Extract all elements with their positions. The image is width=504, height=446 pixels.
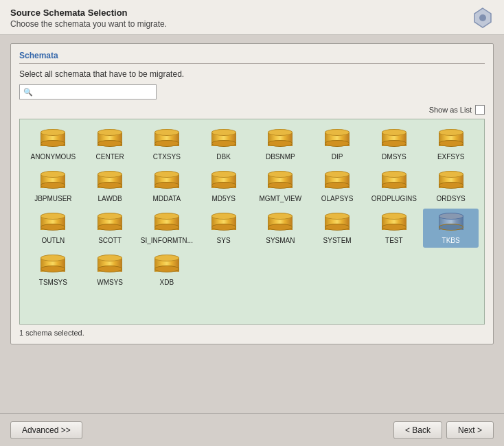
db-icon	[41, 129, 65, 151]
db-icon	[41, 255, 65, 277]
db-icon	[154, 171, 179, 193]
schema-item[interactable]: SCOTT	[82, 209, 138, 248]
db-icon	[154, 129, 179, 151]
schemata-panel: Schemata Select all schemata that have t…	[10, 43, 494, 344]
schema-item[interactable]: JBPMUSER	[25, 167, 81, 206]
page-subtitle: Choose the schemata you want to migrate.	[10, 19, 167, 29]
back-button[interactable]: < Back	[393, 421, 442, 439]
db-icon	[382, 171, 406, 193]
show-as-list-row: Show as List	[19, 105, 485, 115]
db-icon	[325, 129, 350, 151]
db-icon	[268, 171, 293, 193]
schema-name: JBPMUSER	[34, 195, 71, 203]
schema-name: SI_INFORMTN...	[141, 237, 193, 245]
schema-name: MD5YS	[211, 195, 235, 203]
schema-name: TEST	[385, 237, 403, 245]
schema-item[interactable]: DMSYS	[367, 125, 422, 164]
schema-item[interactable]: OUTLN	[25, 209, 81, 248]
schema-item[interactable]: DBK	[196, 125, 251, 164]
search-bar[interactable]: 🔍	[19, 84, 157, 99]
schema-item[interactable]: TEST	[367, 209, 422, 248]
show-as-list-label: Show as List	[429, 106, 472, 114]
schema-name: OLAPSYS	[321, 195, 354, 203]
nav-buttons: < Back Next >	[393, 421, 494, 439]
schema-name: MGMT_VIEW	[260, 195, 302, 203]
schema-grid-container: ANONYMOUSCENTERCTXSYSDBKDBSNMPDIPDMSYSEX…	[19, 119, 485, 325]
db-icon	[98, 129, 122, 151]
db-icon	[211, 171, 236, 193]
db-icon	[41, 171, 65, 193]
search-icon: 🔍	[23, 88, 33, 97]
db-icon	[439, 171, 463, 193]
db-icon	[325, 171, 350, 193]
schema-item[interactable]: DBSNMP	[253, 125, 308, 164]
schema-item[interactable]: MGMT_VIEW	[253, 167, 308, 206]
header-icon	[472, 7, 494, 29]
schema-item[interactable]: CTXSYS	[139, 125, 195, 164]
schema-item[interactable]: MD5YS	[196, 167, 251, 206]
db-icon	[325, 213, 350, 235]
schema-item[interactable]: SI_INFORMTN...	[139, 209, 195, 248]
bottom-buttons: Advanced >> < Back Next >	[0, 413, 504, 446]
status-text: 1 schema selected.	[19, 329, 84, 337]
schema-name: EXFSYS	[437, 153, 464, 161]
db-icon	[211, 213, 236, 235]
schema-item[interactable]: SYSTEM	[310, 209, 365, 248]
schema-name: OUTLN	[41, 237, 65, 245]
schema-item[interactable]: ANONYMOUS	[25, 125, 81, 164]
schema-item[interactable]: OLAPSYS	[310, 167, 365, 206]
schema-name: CENTER	[96, 153, 124, 161]
db-icon	[268, 129, 293, 151]
show-as-list-checkbox[interactable]	[475, 105, 485, 115]
schema-name: TKBS	[442, 237, 460, 245]
section-label: Schemata	[19, 51, 485, 64]
schema-name: DBSNMP	[266, 153, 295, 161]
db-icon	[98, 171, 122, 193]
search-input[interactable]	[36, 88, 152, 96]
db-icon	[154, 255, 179, 277]
db-icon	[98, 255, 122, 277]
page-header: Source Schemata Selection Choose the sch…	[0, 0, 504, 35]
db-icon	[439, 213, 463, 235]
schema-name: CTXSYS	[153, 153, 181, 161]
schema-name: LAWDB	[98, 195, 122, 203]
schema-item[interactable]: SYSMAN	[253, 209, 308, 248]
db-icon	[382, 213, 406, 235]
schema-item[interactable]: XDB	[139, 250, 195, 290]
schema-name: SCOTT	[98, 237, 122, 245]
advanced-button[interactable]: Advanced >>	[10, 421, 82, 439]
main-content: Schemata Select all schemata that have t…	[0, 35, 504, 392]
schema-name: SYS	[217, 237, 231, 245]
schema-item[interactable]: CENTER	[82, 125, 138, 164]
schema-item[interactable]: LAWDB	[82, 167, 138, 206]
status-bar: 1 schema selected.	[19, 325, 485, 337]
schema-name: TSMSYS	[39, 279, 67, 287]
schema-item[interactable]: WMSYS	[82, 250, 138, 290]
schema-item[interactable]: TSMSYS	[25, 250, 81, 290]
db-icon	[154, 213, 179, 235]
schema-item[interactable]: EXFSYS	[423, 125, 479, 164]
schema-grid: ANONYMOUSCENTERCTXSYSDBKDBSNMPDIPDMSYSEX…	[25, 125, 479, 290]
schema-name: SYSTEM	[323, 237, 352, 245]
schema-name: ORDPLUGINS	[371, 195, 417, 203]
schema-item[interactable]: ORDPLUGINS	[367, 167, 422, 206]
schema-item[interactable]: ORDSYS	[423, 167, 479, 206]
schema-name: ORDSYS	[437, 195, 466, 203]
next-button[interactable]: Next >	[446, 421, 494, 439]
schema-name: DBK	[216, 153, 231, 161]
schema-item[interactable]: MDDATA	[139, 167, 195, 206]
db-icon	[41, 213, 65, 235]
schema-name: WMSYS	[97, 279, 123, 287]
db-icon	[439, 129, 463, 151]
svg-point-1	[479, 14, 486, 21]
page-title: Source Schemata Selection	[10, 8, 167, 18]
db-icon	[98, 213, 122, 235]
schema-name: XDB	[160, 279, 174, 287]
instruction-text: Select all schemata that have to be migr…	[19, 69, 485, 79]
schema-name: DIP	[332, 153, 343, 161]
schema-item[interactable]: DIP	[310, 125, 365, 164]
schema-name: MDDATA	[153, 195, 181, 203]
schema-item[interactable]: TKBS	[423, 209, 479, 248]
schema-item[interactable]: SYS	[196, 209, 251, 248]
db-icon	[268, 213, 293, 235]
